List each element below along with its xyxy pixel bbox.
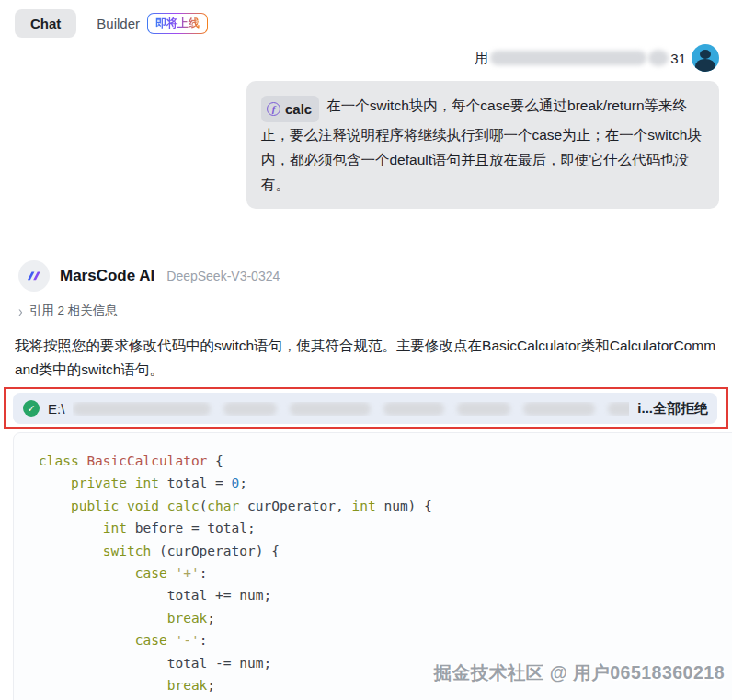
chip-label: calc	[285, 97, 312, 121]
file-action-bar[interactable]: ✓ E:\ i...全部拒绝	[13, 393, 717, 424]
references-label: 引用 2 相关信息	[29, 303, 118, 319]
coming-soon-badge: 即将上线	[147, 13, 208, 34]
file-path-prefix: E:\	[48, 401, 64, 417]
watermark-text: 掘金技术社区 @ 用户06518360218	[434, 660, 725, 685]
chevron-right-icon: ›	[18, 304, 23, 319]
user-identity-row: 用 31	[475, 44, 719, 72]
redacted-name-blur	[490, 51, 646, 65]
redacted-path-blur	[73, 402, 629, 416]
redacted-name-blur	[648, 50, 669, 66]
user-avatar[interactable]	[692, 44, 719, 72]
user-message-text: 在一个switch块内，每个case要么通过break/return等来终止，要…	[261, 98, 702, 192]
references-toggle[interactable]: › 引用 2 相关信息	[18, 303, 118, 319]
user-message-bubble: f calc 在一个switch块内，每个case要么通过break/retur…	[246, 81, 719, 209]
assistant-name: MarsCode AI	[60, 267, 154, 285]
check-circle-icon: ✓	[23, 400, 40, 417]
assistant-header: MarsCode AI DeepSeek-V3-0324	[18, 260, 280, 292]
tab-chat[interactable]: Chat	[15, 9, 76, 38]
code-reference-chip[interactable]: f calc	[261, 96, 319, 122]
assistant-intro-text: 我将按照您的要求修改代码中的switch语句，使其符合规范。主要修改点在Basi…	[15, 334, 723, 382]
user-name: 用 31	[475, 50, 686, 67]
chat-panel: Chat Builder 即将上线 用 31 f calc 在一个switch块…	[0, 0, 732, 700]
tab-bar: Chat Builder 即将上线	[15, 9, 208, 38]
tab-builder[interactable]: Builder 即将上线	[97, 13, 208, 34]
function-f-icon: f	[267, 102, 280, 116]
reject-all-label[interactable]: i...全部拒绝	[637, 400, 708, 418]
model-name: DeepSeek-V3-0324	[166, 269, 280, 283]
tab-builder-label: Builder	[97, 16, 140, 31]
marscode-logo-icon	[18, 260, 50, 292]
